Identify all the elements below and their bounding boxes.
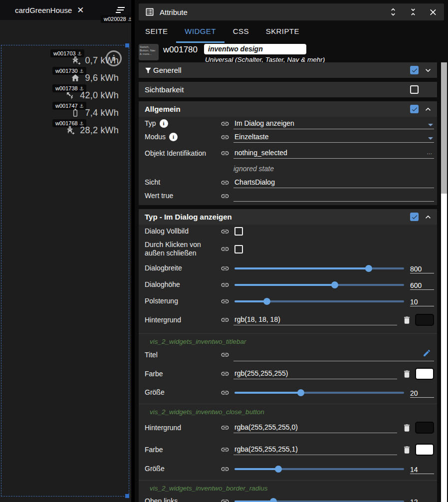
link-binding-icon[interactable]	[221, 369, 233, 378]
section-checkbox[interactable]	[410, 105, 419, 113]
typ-select[interactable]: Im Dialog anzeigen	[233, 118, 434, 129]
titlebar-groesse-slider[interactable]	[234, 392, 404, 394]
link-binding-icon[interactable]	[221, 119, 233, 128]
close-color-field[interactable]: rgba(255,255,255,1)	[233, 444, 397, 455]
close-panel-icon[interactable]	[428, 7, 438, 17]
edit-pencil-icon[interactable]	[423, 349, 431, 357]
slider-thumb[interactable]	[275, 466, 282, 473]
dialogbreite-slider[interactable]	[234, 267, 404, 269]
view-tab-close-icon[interactable]: ✕	[77, 6, 84, 14]
slider-thumb[interactable]	[331, 281, 338, 288]
section-generell-header[interactable]: Generell	[139, 62, 437, 78]
trash-icon[interactable]	[402, 315, 412, 325]
selection-rectangle[interactable]: w001703 ⚓ 0,7 kWh w001730 ⚓	[1, 45, 129, 497]
link-binding-icon[interactable]	[221, 149, 233, 158]
dialogbreite-value[interactable]: 800	[410, 264, 434, 273]
vollbild-checkbox[interactable]	[234, 227, 243, 236]
slider-thumb[interactable]	[270, 498, 277, 502]
chevron-up-icon[interactable]	[423, 104, 433, 114]
link-binding-icon[interactable]	[221, 133, 233, 142]
section-allgemein-header[interactable]: Allgemein	[139, 101, 437, 117]
titlebar-groesse-value[interactable]: 20	[410, 388, 434, 398]
link-binding-icon[interactable]	[221, 465, 233, 474]
dialoghoehe-slider[interactable]	[234, 284, 404, 286]
section-checkbox[interactable]	[410, 213, 419, 221]
close-groesse-value[interactable]: 14	[410, 465, 434, 474]
section-typ-dialog-header[interactable]: Typ - Im Dialog anzeigen	[139, 209, 437, 225]
tab-skripte[interactable]: SKRIPTE	[257, 20, 308, 43]
link-binding-icon[interactable]	[221, 423, 233, 432]
scrollbar-thumb[interactable]	[441, 62, 447, 194]
polsterung-value[interactable]: 10	[410, 297, 434, 306]
object-picker-button[interactable]: ...	[427, 148, 432, 156]
tab-widget[interactable]: WIDGET	[176, 20, 224, 43]
unfold-more-icon[interactable]	[388, 7, 398, 17]
info-icon[interactable]: i	[160, 119, 168, 128]
color-swatch[interactable]	[415, 314, 434, 326]
design-canvas[interactable]: w020028 ⚓ i w001703 ⚓	[0, 20, 131, 502]
titlebar-color-field[interactable]: rgb(255,255,255)	[233, 368, 397, 379]
link-binding-icon[interactable]	[221, 445, 233, 454]
energy-widget[interactable]: 28,2 kWh	[65, 125, 119, 136]
field-label: Modus	[145, 133, 166, 141]
battery-icon	[70, 108, 81, 118]
views-menu-icon[interactable]	[114, 6, 125, 14]
info-icon[interactable]: i	[169, 133, 178, 141]
trash-icon[interactable]	[402, 423, 412, 433]
attributes-scroll-area[interactable]: Generell Sichtbarkeit	[135, 62, 441, 502]
outside-close-checkbox[interactable]	[234, 245, 243, 253]
color-swatch[interactable]	[415, 444, 434, 456]
unfold-less-icon[interactable]	[408, 7, 418, 17]
energy-widget[interactable]: 42,0 kWh	[65, 90, 119, 101]
modus-select[interactable]: Einzeltaste	[233, 132, 434, 143]
link-binding-icon[interactable]	[221, 227, 233, 236]
oben-links-slider[interactable]	[234, 501, 404, 502]
color-swatch[interactable]	[415, 422, 434, 434]
chevron-up-icon[interactable]	[423, 212, 433, 222]
trash-icon[interactable]	[402, 369, 412, 379]
link-binding-icon[interactable]	[221, 178, 233, 187]
sicht-field[interactable]: ChartsDialog	[233, 177, 434, 188]
view-tab-cardgreenhouse[interactable]: cardGreenHouse	[15, 6, 72, 14]
link-binding-icon[interactable]	[221, 264, 233, 273]
field-label: Größe	[145, 465, 221, 473]
tab-css[interactable]: CSS	[224, 20, 257, 43]
link-binding-icon[interactable]	[221, 297, 233, 306]
dialoghoehe-value[interactable]: 600	[410, 280, 434, 290]
close-bg-color-field[interactable]: rgba(255,255,255,0)	[233, 422, 397, 433]
attribute-panel-header[interactable]: Attribute	[139, 3, 444, 20]
polsterung-slider[interactable]	[234, 300, 404, 302]
close-groesse-slider[interactable]	[234, 468, 404, 470]
field-label: Sicht	[145, 178, 221, 187]
link-binding-icon[interactable]	[221, 315, 233, 324]
wert-true-field[interactable]	[233, 191, 434, 202]
link-binding-icon[interactable]	[221, 350, 233, 359]
chevron-down-icon[interactable]	[423, 65, 433, 75]
hintergrund-color-field[interactable]: rgb(18, 18, 18)	[233, 314, 397, 325]
oben-links-value[interactable]: 12	[410, 497, 434, 502]
object-id-field[interactable]: nothing_selected ...	[233, 148, 434, 159]
trash-icon[interactable]	[402, 445, 412, 455]
resize-handle-top-right[interactable]	[125, 43, 129, 47]
widget-badge-group[interactable]: w020028 ⚓	[101, 15, 135, 23]
link-binding-icon[interactable]	[221, 192, 233, 201]
link-binding-icon[interactable]	[221, 245, 233, 253]
energy-widget[interactable]: 7,4 kWh	[70, 107, 119, 118]
section-checkbox[interactable]	[410, 85, 419, 94]
link-binding-icon[interactable]	[221, 497, 233, 502]
energy-widget[interactable]: 9,6 kWh	[70, 72, 119, 83]
titel-field[interactable]	[233, 348, 434, 361]
link-binding-icon[interactable]	[221, 280, 233, 289]
scrollbar-track[interactable]	[441, 62, 447, 502]
slider-thumb[interactable]	[365, 265, 372, 272]
attribute-tabs: SEITE WIDGET CSS SKRIPTE	[135, 20, 448, 43]
section-sichtbarkeit-header[interactable]: Sichtbarkeit	[139, 82, 437, 97]
link-binding-icon[interactable]	[221, 388, 233, 397]
resize-handle-bottom-right[interactable]	[125, 494, 129, 498]
slider-thumb[interactable]	[263, 298, 270, 305]
slider-thumb[interactable]	[297, 389, 304, 396]
energy-widget[interactable]: 0,7 kWh	[70, 55, 119, 66]
section-checkbox[interactable]	[410, 66, 419, 74]
tab-seite[interactable]: SEITE	[137, 20, 176, 43]
color-swatch[interactable]	[415, 368, 434, 380]
